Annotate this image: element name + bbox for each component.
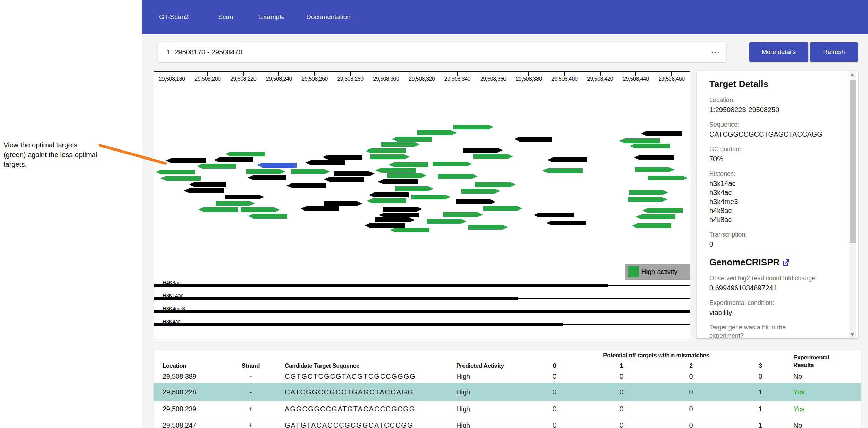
target-arrow[interactable] [634,155,674,160]
target-arrow[interactable] [411,195,451,199]
target-arrow[interactable] [395,186,434,191]
target-arrow[interactable] [387,173,426,178]
target-arrow[interactable] [291,169,330,174]
table-cell: 1 [759,417,762,428]
target-arrow[interactable] [166,158,206,163]
nav-item-documentation[interactable]: Documentation [306,0,351,34]
target-arrow[interactable] [632,223,671,228]
target-arrow[interactable] [225,195,264,199]
target-arrow[interactable] [381,142,420,147]
target-arrow[interactable] [456,199,496,204]
axis-tick-label: 29,508,320 [409,76,435,82]
target-arrow[interactable] [324,201,362,206]
table-cell: Yes [793,383,804,401]
region-menu-dots[interactable]: ... [712,42,720,60]
target-arrow[interactable] [475,182,516,187]
nav-item-example[interactable]: Example [259,0,285,34]
target-arrow[interactable] [370,154,410,159]
target-arrow[interactable] [453,125,494,129]
target-arrow[interactable] [542,168,583,173]
target-arrow[interactable] [483,206,523,211]
target-arrow[interactable] [628,197,667,202]
nav-brand[interactable]: GT-Scan2 [159,0,189,34]
target-arrow[interactable] [375,168,416,173]
axis-tick-label: 29,508,180 [159,76,185,82]
target-arrow[interactable] [383,207,422,212]
target-arrow[interactable] [248,214,287,219]
target-arrow[interactable] [198,207,238,212]
target-arrow[interactable] [534,213,574,217]
target-arrow[interactable] [636,214,675,219]
table-cell: High [456,401,470,417]
detail-value: 0 [709,240,837,249]
target-arrow[interactable] [225,152,265,156]
target-arrow[interactable] [514,137,552,142]
nav-item-scan[interactable]: Scan [218,0,233,34]
target-arrow[interactable] [369,192,409,197]
target-arrow[interactable] [248,175,286,180]
target-arrow[interactable] [392,137,432,142]
target-arrow[interactable] [417,130,457,135]
target-arrow[interactable] [323,155,362,160]
target-arrow[interactable] [156,170,195,174]
target-arrow[interactable] [389,162,428,167]
target-arrow[interactable] [547,157,587,162]
target-arrow[interactable] [305,160,345,165]
region-input[interactable]: 1: 29508170 - 29508470 ... [158,42,726,62]
more-details-button[interactable]: More details [749,42,808,62]
target-arrow[interactable] [461,189,500,194]
target-arrow[interactable] [648,176,688,180]
target-arrow[interactable] [468,225,508,230]
target-arrow[interactable] [257,163,297,168]
target-arrow[interactable] [473,154,513,159]
detail-label: Transcription: [709,230,837,239]
table-cell: 0 [689,417,693,428]
target-arrow[interactable] [619,138,660,143]
target-arrow[interactable] [629,190,668,195]
target-arrow[interactable] [184,188,224,193]
external-link-icon[interactable] [782,258,791,267]
target-arrow[interactable] [378,179,418,184]
target-arrow[interactable] [438,174,478,179]
target-arrow[interactable] [427,219,467,224]
target-arrow[interactable] [214,157,253,162]
target-arrow[interactable] [216,201,255,206]
target-arrow[interactable] [641,131,682,136]
target-arrow[interactable] [246,169,285,174]
target-arrow[interactable] [635,167,675,172]
scrollbar-up-arrow-icon[interactable] [851,73,854,76]
target-arrow[interactable] [365,223,405,228]
target-arrow[interactable] [443,212,483,217]
table-row[interactable]: 29,508,239+AGGCGGCCGATGTACACCCGCGGHigh00… [154,401,861,417]
target-arrow[interactable] [301,206,339,211]
target-arrow[interactable] [629,144,670,148]
table-row[interactable]: 29,508,228-CATCGGCCGCCTGAGCTACCAGGHigh00… [154,383,861,401]
scrollbar-thumb[interactable] [850,80,856,243]
target-arrow[interactable] [642,208,683,213]
detail-value: 70% [709,154,837,163]
target-arrow[interactable] [197,164,236,169]
target-arrow[interactable] [160,176,201,181]
refresh-button[interactable]: Refresh [810,42,858,62]
target-arrow[interactable] [324,177,364,182]
target-arrow[interactable] [241,207,280,212]
target-arrow[interactable] [189,182,226,187]
target-arrow[interactable] [375,217,415,222]
detail-label: GC content: [709,145,837,153]
target-arrow[interactable] [286,183,326,188]
target-arrow[interactable] [463,148,503,153]
scrollbar-down-arrow-icon[interactable] [851,333,854,336]
col-header-mm0: 0 [553,362,556,370]
results-table: Potential off-targets with n mismatches … [154,350,861,428]
target-arrow[interactable] [367,198,406,203]
target-arrow[interactable] [365,148,406,153]
details-scrollbar[interactable] [850,71,856,338]
table-row[interactable]: 29,508,247+GATGTACACCCGCGGCATCCCGGHigh00… [154,417,861,428]
target-arrow[interactable] [379,213,419,217]
table-row[interactable]: 29,508,389-CGTGCTCGCGTACGTCGCCGGGGHigh00… [154,370,861,383]
target-arrow[interactable] [334,171,375,176]
target-arrow[interactable] [390,228,429,232]
detail-field: Location:1:29508228-29508250 [709,96,837,114]
target-arrow[interactable] [433,162,472,166]
target-arrow[interactable] [546,221,586,225]
